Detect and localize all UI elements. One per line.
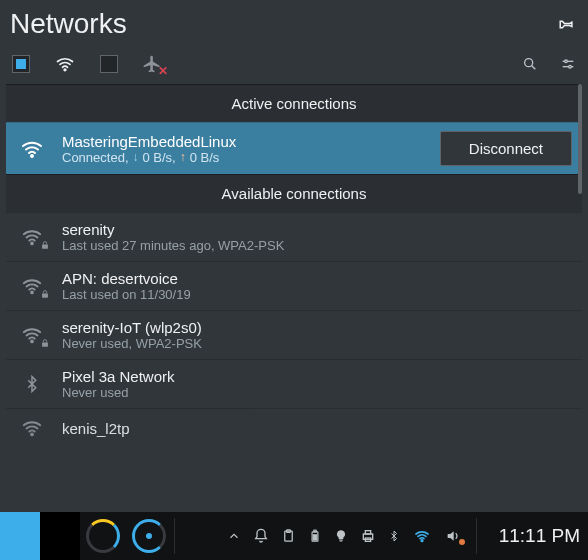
available-connection-row[interactable]: serenityLast used 27 minutes ago, WPA2-P… [6,212,582,261]
svg-point-12 [31,341,33,343]
connection-subtext: Never used, WPA2-PSK [62,336,572,351]
available-connection-row[interactable]: APN: desertvoiceLast used on 11/30/19 [6,261,582,310]
pin-icon[interactable] [556,15,574,33]
settings-sliders-icon[interactable] [560,56,576,72]
active-connections-header: Active connections [6,84,582,122]
scrollbar[interactable] [578,84,582,194]
svg-rect-19 [313,535,317,540]
svg-point-8 [31,243,33,245]
lock-icon [40,240,50,250]
svg-rect-21 [340,541,342,542]
available-connection-row[interactable]: kenis_l2tp [6,408,582,447]
popup-title: Networks [10,8,127,40]
svg-point-1 [525,59,533,67]
svg-rect-20 [339,540,343,541]
svg-rect-13 [42,343,48,347]
bluetooth-icon[interactable] [388,527,400,545]
available-connections-header: Available connections [6,174,582,212]
lock-icon [40,338,50,348]
separator [174,518,175,554]
system-monitor-ring-icon[interactable] [86,519,120,553]
network-applet-popup: Networks ✕ [0,0,588,512]
svg-point-0 [64,69,66,71]
notifications-bell-icon[interactable] [253,528,269,544]
clipboard-icon[interactable] [281,528,296,544]
wifi-icon[interactable] [52,54,78,74]
svg-point-5 [565,60,568,63]
volume-icon[interactable] [444,528,462,544]
wifi-icon [16,226,48,248]
svg-point-6 [569,65,572,68]
available-connection-row[interactable]: Pixel 3a NetworkNever used [6,359,582,408]
svg-point-25 [421,540,423,542]
connections-list[interactable]: Active connections MasteringEmbeddedLinu… [6,84,582,512]
search-icon[interactable] [522,56,538,72]
svg-rect-9 [42,245,48,249]
wifi-icon [16,137,48,161]
printer-icon[interactable] [360,528,376,544]
bulb-icon[interactable] [334,528,348,544]
svg-point-14 [31,434,33,436]
connection-name: Pixel 3a Network [62,368,572,385]
chevron-up-icon[interactable] [227,529,241,543]
connection-name: serenity [62,221,572,238]
network-tray-icon[interactable] [412,528,432,544]
upload-arrow-icon: ↑ [180,150,186,164]
popup-header: Networks [0,0,588,48]
disabled-x-icon: ✕ [158,64,168,78]
connection-subtext: Last used 27 minutes ago, WPA2-PSK [62,238,572,253]
svg-rect-23 [365,531,370,534]
taskbar-item[interactable] [40,512,80,560]
wifi-icon [16,417,48,439]
mobile-toggle-checkbox[interactable] [100,55,118,73]
taskbar: 11:11 PM [0,512,588,560]
connection-status: Connected, ↓ 0 B/s, ↑ 0 B/s [62,150,426,165]
wired-toggle-checkbox[interactable] [12,55,30,73]
airplane-mode-icon[interactable]: ✕ [140,54,164,74]
connection-subtext: Never used [62,385,572,400]
connection-name: kenis_l2tp [62,420,572,437]
bluetooth-icon [16,371,48,397]
connection-name: MasteringEmbeddedLinux [62,133,426,150]
wifi-icon [16,324,48,346]
lock-icon [40,289,50,299]
available-connection-row[interactable]: serenity-IoT (wlp2s0)Never used, WPA2-PS… [6,310,582,359]
svg-rect-11 [42,294,48,298]
download-arrow-icon: ↓ [133,150,139,164]
system-tray: 11:11 PM [227,518,580,554]
toolbar: ✕ [0,48,588,84]
connection-subtext: Last used on 11/30/19 [62,287,572,302]
svg-rect-18 [314,530,316,532]
battery-icon[interactable] [308,528,322,544]
active-connection-row[interactable]: MasteringEmbeddedLinux Connected, ↓ 0 B/… [6,122,582,174]
connection-name: serenity-IoT (wlp2s0) [62,319,572,336]
taskbar-clock[interactable]: 11:11 PM [499,525,580,547]
system-monitor-ring-icon[interactable] [132,519,166,553]
separator [476,518,477,554]
wifi-icon [16,275,48,297]
svg-line-2 [532,66,536,70]
taskbar-active-app[interactable] [0,512,40,560]
connection-name: APN: desertvoice [62,270,572,287]
disconnect-button[interactable]: Disconnect [440,131,572,166]
svg-point-10 [31,292,33,294]
svg-point-7 [31,155,33,157]
